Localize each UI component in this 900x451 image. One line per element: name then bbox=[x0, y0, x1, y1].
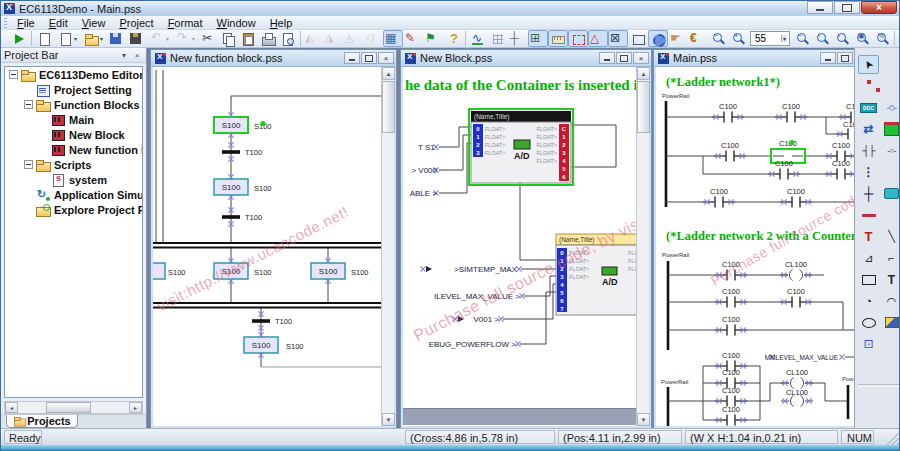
polygon-tool[interactable] bbox=[858, 249, 879, 268]
sfc-vscrollbar[interactable]: ▲ ▼ bbox=[381, 67, 394, 426]
transition-tool[interactable] bbox=[858, 184, 879, 203]
ladder-canvas[interactable]: (*Ladder network1*) (*Ladder network 2 w… bbox=[656, 67, 870, 426]
child-minimize-button[interactable] bbox=[599, 52, 615, 64]
tree-item-scripts[interactable]: Scripts bbox=[5, 157, 142, 172]
child-window-ladder[interactable]: Main.pss × (*Ladder network1*) (*Ladder … bbox=[653, 49, 873, 429]
ladder-contact[interactable] bbox=[825, 169, 857, 180]
selection-rect-toggle[interactable] bbox=[568, 30, 588, 47]
line-tool[interactable] bbox=[881, 227, 900, 246]
ladder-contact[interactable] bbox=[715, 270, 747, 281]
contact-tool[interactable] bbox=[858, 141, 879, 160]
mirror-vertical-button[interactable] bbox=[323, 30, 343, 47]
tree-expander-icon[interactable] bbox=[24, 100, 33, 109]
dropdown-arrow-icon[interactable]: ▾ bbox=[192, 35, 195, 42]
dropdown-arrow-icon[interactable]: ▾ bbox=[166, 35, 169, 42]
open-button[interactable]: ▾ bbox=[80, 30, 106, 47]
tree-expander-icon[interactable] bbox=[9, 70, 18, 79]
ladder-contact[interactable] bbox=[768, 169, 800, 180]
zoom-out-button[interactable]: − bbox=[708, 30, 728, 47]
crosshair-toggle[interactable] bbox=[508, 30, 528, 47]
plug-tool[interactable] bbox=[881, 184, 900, 203]
sfc-canvas[interactable]: S100 S100 T100 S100 bbox=[153, 67, 381, 426]
menu-view[interactable]: View bbox=[75, 16, 113, 30]
ladder-coil[interactable] bbox=[780, 270, 812, 281]
child-minimize-button[interactable] bbox=[344, 52, 360, 64]
frame-toggle[interactable] bbox=[628, 30, 648, 47]
tree-item-function-blocks[interactable]: Function Blocks bbox=[5, 97, 142, 112]
fbd-canvas[interactable]: he data of the Container is inserted in … bbox=[403, 67, 636, 426]
ladder-contact[interactable] bbox=[715, 297, 747, 308]
sfc-transition[interactable] bbox=[222, 142, 240, 161]
tree-item-system[interactable]: system bbox=[5, 172, 142, 187]
contact-group-tool[interactable] bbox=[858, 163, 879, 182]
transform-tool[interactable] bbox=[858, 335, 879, 354]
paste-button[interactable] bbox=[238, 30, 258, 47]
zoom-selection-button[interactable]: ▫ bbox=[832, 30, 852, 47]
help-button[interactable] bbox=[443, 30, 463, 47]
zoom-out-2-button[interactable]: − bbox=[792, 30, 812, 47]
mirror-horizontal-button[interactable] bbox=[303, 30, 323, 47]
scroll-up-icon[interactable]: ▲ bbox=[637, 67, 650, 80]
pie-tool[interactable] bbox=[858, 292, 879, 311]
resize-grip[interactable] bbox=[886, 432, 899, 445]
tree-item-new-block[interactable]: New Block bbox=[5, 127, 142, 142]
doc-tool[interactable] bbox=[858, 98, 879, 117]
child-maximize-button[interactable] bbox=[616, 52, 632, 64]
zoom-fit-button[interactable]: ▣ bbox=[852, 30, 872, 47]
function-block-tool[interactable] bbox=[881, 120, 900, 139]
zoom-in-button[interactable]: + bbox=[728, 30, 748, 47]
ladder-contact[interactable] bbox=[775, 112, 807, 123]
rotate-shape-button[interactable] bbox=[343, 30, 363, 47]
copy-button[interactable] bbox=[218, 30, 238, 47]
link-tool[interactable] bbox=[858, 77, 879, 96]
print-button[interactable] bbox=[258, 30, 278, 47]
flag-button[interactable] bbox=[423, 30, 443, 47]
coil-tool[interactable] bbox=[881, 141, 900, 160]
tree-hscrollbar[interactable]: ◂ ▸ bbox=[4, 401, 143, 414]
sfc-step-selected[interactable]: S100 bbox=[214, 112, 248, 137]
menu-project[interactable]: Project bbox=[112, 16, 160, 30]
tree-item-main[interactable]: Main bbox=[5, 112, 142, 127]
ladder-contact[interactable] bbox=[715, 415, 747, 426]
new-form-button[interactable]: ▾ bbox=[54, 30, 80, 47]
new-file-button[interactable] bbox=[34, 30, 54, 47]
snap-ruler-toggle[interactable] bbox=[548, 30, 568, 47]
scroll-up-icon[interactable]: ▲ bbox=[382, 67, 395, 80]
ladder-contact[interactable] bbox=[712, 112, 744, 123]
child-minimize-button[interactable] bbox=[820, 52, 836, 64]
polyline-tool[interactable] bbox=[881, 249, 900, 268]
scroll-down-icon[interactable]: ▼ bbox=[382, 413, 395, 426]
snap-grid-toggle[interactable] bbox=[528, 30, 548, 47]
sfc-transition[interactable] bbox=[252, 311, 270, 330]
ladder-coil[interactable] bbox=[781, 378, 813, 389]
dropdown-arrow-icon[interactable]: ▾ bbox=[74, 35, 77, 42]
settings-gear-toggle[interactable] bbox=[648, 30, 668, 47]
menu-format[interactable]: Format bbox=[161, 16, 210, 30]
function-block-ad-2[interactable]: (Name,Title) 0 1 2 3 4 5 6 7 bbox=[556, 234, 636, 315]
ladder-contact[interactable] bbox=[780, 297, 812, 308]
text-tool[interactable] bbox=[858, 227, 879, 246]
cut-button[interactable] bbox=[198, 30, 218, 47]
arc-tool[interactable] bbox=[881, 292, 900, 311]
pen-button[interactable] bbox=[403, 30, 423, 47]
ladder-contact[interactable] bbox=[715, 325, 747, 336]
edit-mode-toggle[interactable] bbox=[383, 30, 403, 47]
scroll-thumb[interactable] bbox=[382, 81, 395, 133]
redo-button[interactable]: ▾ bbox=[172, 30, 198, 47]
sfc-transition[interactable] bbox=[222, 207, 240, 226]
tab-projects[interactable]: Projects bbox=[6, 415, 78, 428]
child-window-sfc[interactable]: New function block.pss × bbox=[150, 49, 397, 429]
minimize-button[interactable] bbox=[807, 1, 833, 14]
power-rail-tool[interactable] bbox=[858, 206, 879, 225]
tree-item-new-function-block[interactable]: New function block bbox=[5, 142, 142, 157]
maximize-button[interactable] bbox=[834, 1, 860, 14]
save-all-button[interactable] bbox=[126, 30, 146, 47]
ladder-contact[interactable] bbox=[703, 197, 735, 208]
title-bar[interactable]: EC6113Demo - Main.pss × bbox=[1, 1, 899, 16]
panel-close-icon[interactable]: × bbox=[131, 51, 143, 60]
scroll-right-icon[interactable]: ▸ bbox=[129, 402, 142, 413]
print-preview-button[interactable] bbox=[278, 30, 298, 47]
tree-item-explore-project-folder[interactable]: Explore Project Folder bbox=[5, 202, 142, 217]
pan-hand-button[interactable] bbox=[668, 30, 688, 47]
scroll-thumb[interactable] bbox=[46, 402, 91, 413]
